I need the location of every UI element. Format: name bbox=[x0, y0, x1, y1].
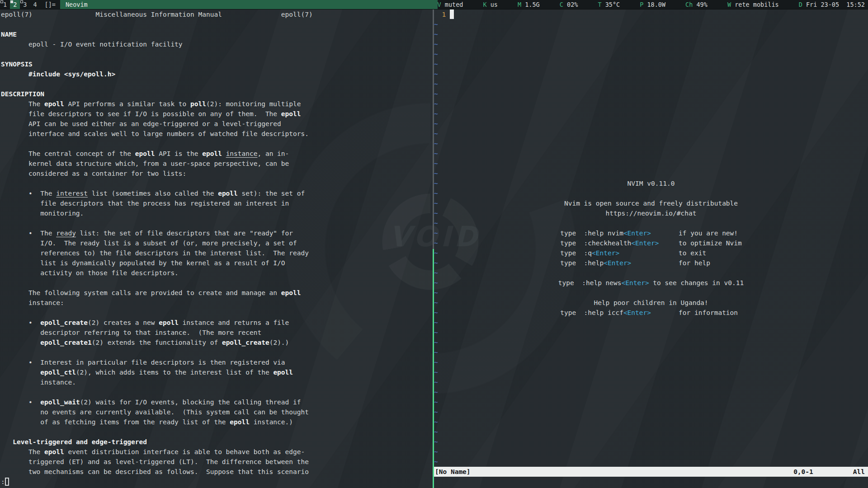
text-segment: • bbox=[1, 399, 40, 406]
empty-line-tilde: ~ bbox=[434, 140, 438, 147]
status-bar: V mutedK usM 1.5GC 02%T 35°CP 18.0WCh 49… bbox=[438, 0, 868, 9]
text-segment: no events are currently available. (This… bbox=[1, 408, 309, 416]
buffer-empty-row: ~ bbox=[434, 188, 868, 198]
status-module-ch: Ch 49% bbox=[685, 0, 708, 9]
man-line bbox=[1, 49, 433, 59]
empty-line-tilde: ~ bbox=[434, 319, 438, 326]
neovim-window[interactable]: 1 ~~~~~~~~~~~~~~~~~NVIM v0.11.0~~Nvim is… bbox=[434, 9, 868, 488]
text-segment: triggered (ET) and as level-triggered (L… bbox=[1, 458, 309, 465]
cursor-position: 0,0-1 bbox=[793, 468, 813, 475]
buffer-empty-row: ~ bbox=[434, 367, 868, 377]
text-segment: file descriptors to see if I/O is possib… bbox=[1, 110, 281, 117]
man-line: instance: bbox=[1, 298, 433, 308]
text-segment: epoll bbox=[202, 150, 222, 157]
workspace-tag-3[interactable]: 3 bbox=[20, 0, 30, 9]
empty-line-tilde: ~ bbox=[434, 329, 438, 336]
nvim-intro-line: ~type :help<Enter> for help bbox=[434, 258, 868, 268]
empty-line-tilde: ~ bbox=[434, 170, 438, 177]
text-segment: epoll bbox=[218, 190, 238, 197]
status-value: 02% bbox=[563, 1, 578, 8]
text-segment: instance.) bbox=[250, 418, 293, 426]
buffer-empty-row: ~ bbox=[434, 387, 868, 397]
tag-label: 4 bbox=[33, 1, 37, 8]
terminal-man-page[interactable]: epoll(7) Miscellaneous Information Manua… bbox=[0, 9, 433, 488]
status-module-t: T 35°C bbox=[598, 0, 620, 9]
status-value: rete mobilis bbox=[731, 1, 779, 8]
empty-line-tilde: ~ bbox=[434, 408, 438, 416]
text-segment: epoll bbox=[273, 369, 293, 376]
buffer-empty-row: ~ bbox=[434, 397, 868, 407]
man-line: • The ready list: the set of file descri… bbox=[1, 228, 433, 238]
man-line: The epoll API performs a similar task to… bbox=[1, 99, 433, 109]
text-segment: type :q bbox=[560, 249, 592, 257]
man-line bbox=[1, 139, 433, 149]
enter-key-hint: <Enter> bbox=[622, 279, 649, 286]
status-module-d: D Fri 23-05 15:52 bbox=[799, 0, 865, 9]
text-segment bbox=[222, 150, 226, 157]
status-module-w: W rete mobilis bbox=[727, 0, 779, 9]
text-segment: list (sometimes also called the bbox=[88, 190, 218, 197]
man-line: epoll - I/O event notification facility bbox=[1, 39, 433, 49]
text-segment: API is the bbox=[155, 150, 202, 157]
man-line: references to) the file descriptors in t… bbox=[1, 248, 433, 258]
man-line: epoll(7) Miscellaneous Information Manua… bbox=[1, 9, 433, 19]
buffer-empty-row: ~ bbox=[434, 139, 868, 149]
text-segment: epoll_create bbox=[222, 339, 269, 346]
text-segment: monitoring. bbox=[1, 210, 84, 217]
buffer-empty-row: ~ bbox=[434, 29, 868, 39]
buffer-empty-row: ~ bbox=[434, 218, 868, 228]
intro-text: type :checkhealth<Enter> to optimize Nvi… bbox=[434, 238, 868, 248]
status-key: W bbox=[727, 1, 731, 8]
workspace-tags: 1234 bbox=[0, 0, 40, 9]
buffer-empty-row: ~ bbox=[434, 59, 868, 69]
buffer-empty-row: ~ bbox=[434, 39, 868, 49]
enter-key-hint: <Enter> bbox=[623, 230, 651, 237]
buffer-empty-row: ~ bbox=[434, 417, 868, 427]
tag-label: 2 bbox=[13, 1, 17, 8]
intro-text: type :help<Enter> for help bbox=[434, 258, 868, 268]
text-segment: (2), which adds items to the interest li… bbox=[76, 369, 274, 376]
workspace-tag-4[interactable]: 4 bbox=[30, 0, 40, 9]
layout-indicator[interactable]: []= bbox=[40, 0, 60, 9]
empty-line-tilde: ~ bbox=[434, 418, 438, 426]
text-segment: to optimize Nvim bbox=[659, 239, 741, 247]
buffer-empty-row: ~ bbox=[434, 437, 868, 447]
workspace-tag-1[interactable]: 1 bbox=[0, 0, 10, 9]
buffer-empty-row: ~ bbox=[434, 328, 868, 338]
intro-text: NVIM v0.11.0 bbox=[434, 178, 868, 188]
text-segment: epoll bbox=[135, 150, 155, 157]
status-key: D bbox=[799, 1, 802, 8]
buffer-empty-row: ~ bbox=[434, 109, 868, 119]
empty-line-tilde: ~ bbox=[434, 399, 438, 406]
text-segment: epoll_create1 bbox=[40, 339, 92, 346]
status-module-m: M 1.5G bbox=[518, 0, 540, 9]
status-value: 18.0W bbox=[643, 1, 665, 8]
text-segment: kernel data structure which, from a user… bbox=[1, 160, 289, 167]
intro-text: Nvim is open source and freely distribut… bbox=[434, 198, 868, 208]
status-module-c: C 02% bbox=[560, 0, 578, 9]
text-segment: poll bbox=[190, 100, 206, 108]
buffer-empty-row: ~ bbox=[434, 69, 868, 79]
text-segment: • Interest in particular file descriptor… bbox=[1, 359, 285, 366]
terminal-cursor-unfocused bbox=[5, 478, 9, 486]
text-segment: activity on those file descriptors. bbox=[1, 269, 179, 277]
workspace-tag-2[interactable]: 2 bbox=[10, 0, 20, 9]
buffer-empty-row: ~ bbox=[434, 427, 868, 437]
nvim-statusline: [No Name]0,0-1All bbox=[434, 467, 868, 477]
enter-key-hint: <Enter> bbox=[631, 239, 659, 247]
man-line: instance. bbox=[1, 377, 433, 387]
buffer-empty-row: ~ bbox=[434, 19, 868, 29]
empty-line-tilde: ~ bbox=[434, 369, 438, 376]
text-segment: (2) waits for I/O events, blocking the c… bbox=[80, 399, 301, 406]
text-segment: • The bbox=[1, 230, 56, 237]
buffer-empty-row: ~ bbox=[434, 49, 868, 59]
man-line: SYNOPSIS bbox=[1, 59, 433, 69]
man-line: I/O. The ready list is a subset of (or, … bbox=[1, 238, 433, 248]
nvim-intro-line: ~Help poor children in Uganda! bbox=[434, 298, 868, 308]
intro-text: type :help nvim<Enter> if you are new! bbox=[434, 228, 868, 238]
buffer-empty-row: ~ bbox=[434, 347, 868, 357]
buffer-empty-row: ~ bbox=[434, 79, 868, 89]
man-line: epoll_ctl(2), which adds items to the in… bbox=[1, 367, 433, 377]
empty-line-tilde: ~ bbox=[434, 438, 438, 446]
buffer-empty-row: ~ bbox=[434, 119, 868, 129]
